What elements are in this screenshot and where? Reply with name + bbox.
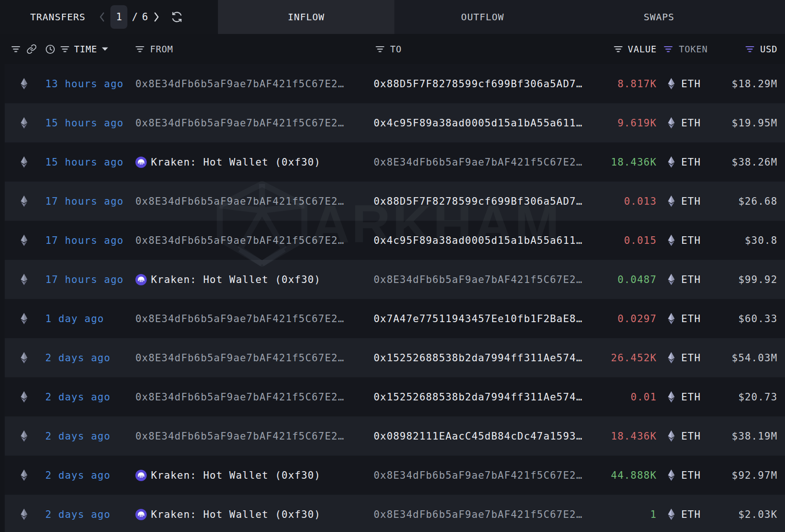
time-link[interactable]: 15 hours ago (45, 117, 124, 129)
time-link[interactable]: 1 day ago (45, 313, 104, 324)
to-address-link[interactable]: 0x4c95F89a38ad0005d15a1bA55a611… (374, 235, 583, 246)
from-cell: 0x8E34dFb6b5aF9ae7bAF421f5C67E2… (133, 299, 369, 338)
usd-cell: $20.73 (711, 377, 785, 416)
column-header-time[interactable]: TIME (43, 34, 133, 64)
table-row[interactable]: 17 hours agoKraken: Hot Wallet (0xf30)0x… (5, 260, 785, 299)
token-symbol: ETH (681, 431, 701, 442)
table-row[interactable]: 2 days ago0x8E34dFb6b5aF9ae7bAF421f5C67E… (5, 416, 785, 456)
table-row[interactable]: 17 hours ago0x8E34dFb6b5aF9ae7bAF421f5C6… (5, 182, 785, 221)
time-cell: 2 days ago (43, 416, 133, 456)
from-address-link[interactable]: 0x8E34dFb6b5aF9ae7bAF421f5C67E2… (135, 196, 344, 207)
usd-amount: $26.68 (738, 196, 777, 207)
column-header-token[interactable]: TOKEN (657, 34, 711, 64)
to-address-link[interactable]: 0x15252688538b2da7994ff311Ae574… (374, 352, 583, 364)
from-address-link[interactable]: 0x8E34dFb6b5aF9ae7bAF421f5C67E2… (135, 117, 344, 129)
filter-icon[interactable] (614, 46, 623, 53)
from-address-link[interactable]: 0x8E34dFb6b5aF9ae7bAF421f5C67E2… (135, 78, 344, 90)
column-label-value: VALUE (628, 44, 657, 54)
to-address-link[interactable]: 0x7A47e77511943457Ee10fb1F2BaE8… (374, 313, 583, 324)
to-address-link[interactable]: 0x8E34dFb6b5aF9ae7bAF421f5C67E2… (374, 470, 583, 481)
tab-outflow[interactable]: OUTFLOW (394, 0, 571, 34)
value-cell: 1 (591, 495, 657, 532)
time-cell: 17 hours ago (43, 221, 133, 260)
from-address-link[interactable]: 0x8E34dFb6b5aF9ae7bAF421f5C67E2… (135, 352, 344, 364)
time-link[interactable]: 2 days ago (45, 391, 110, 403)
time-link[interactable]: 2 days ago (45, 352, 110, 364)
value-amount: 0.013 (624, 196, 657, 207)
to-address-link[interactable]: 0x4c95F89a38ad0005d15a1bA55a611… (374, 117, 583, 129)
eth-icon (668, 156, 675, 168)
token-symbol: ETH (681, 274, 701, 285)
value-cell: 18.436K (591, 416, 657, 456)
table-row[interactable]: 2 days agoKraken: Hot Wallet (0xf30)0x8E… (5, 495, 785, 532)
filter-icon[interactable] (745, 46, 754, 53)
token-cell: ETH (657, 299, 711, 338)
to-address-link[interactable]: 0x8E34dFb6b5aF9ae7bAF421f5C67E2… (374, 274, 583, 285)
tab-swaps[interactable]: SWAPS (571, 0, 747, 34)
from-address-link[interactable]: 0x8E34dFb6b5aF9ae7bAF421f5C67E2… (135, 235, 344, 246)
table-row[interactable]: 2 days agoKraken: Hot Wallet (0xf30)0x8E… (5, 456, 785, 495)
to-cell: 0x8E34dFb6b5aF9ae7bAF421f5C67E2… (369, 456, 591, 495)
token-symbol: ETH (681, 470, 701, 481)
link-icon[interactable] (26, 44, 37, 54)
column-header-usd[interactable]: USD (711, 34, 785, 64)
to-address-link[interactable]: 0x8E34dFb6b5aF9ae7bAF421f5C67E2… (374, 157, 583, 168)
time-link[interactable]: 17 hours ago (45, 274, 124, 285)
filter-icon[interactable] (135, 46, 144, 53)
filter-icon[interactable] (60, 46, 69, 53)
column-header-to[interactable]: TO (369, 34, 591, 64)
from-address-link[interactable]: 0x8E34dFb6b5aF9ae7bAF421f5C67E2… (135, 313, 344, 324)
current-page[interactable]: 1 (110, 5, 127, 29)
to-cell: 0x8E34dFb6b5aF9ae7bAF421f5C67E2… (369, 260, 591, 299)
chevron-right-icon[interactable] (152, 11, 161, 23)
table-row[interactable]: 2 days ago0x8E34dFb6b5aF9ae7bAF421f5C67E… (5, 338, 785, 377)
filter-icon[interactable] (376, 46, 384, 53)
eth-icon (668, 391, 675, 403)
time-link[interactable]: 15 hours ago (45, 157, 124, 168)
to-address-link[interactable]: 0x08982111EAacC45dB84cDc47a1593… (374, 431, 583, 442)
value-amount: 0.01 (631, 391, 657, 403)
from-address-link[interactable]: Kraken: Hot Wallet (0xf30) (151, 470, 321, 481)
from-address-link[interactable]: Kraken: Hot Wallet (0xf30) (151, 157, 321, 168)
eth-icon (20, 352, 28, 364)
filter-icon[interactable] (664, 46, 673, 53)
token-cell: ETH (657, 416, 711, 456)
value-amount: 44.888K (611, 470, 657, 481)
time-link[interactable]: 2 days ago (45, 470, 110, 481)
table-row[interactable]: 2 days ago0x8E34dFb6b5aF9ae7bAF421f5C67E… (5, 377, 785, 416)
from-cell: 0x8E34dFb6b5aF9ae7bAF421f5C67E2… (133, 182, 369, 221)
from-address-link[interactable]: Kraken: Hot Wallet (0xf30) (151, 274, 321, 285)
clock-icon[interactable] (45, 44, 56, 55)
table-row[interactable]: 17 hours ago0x8E34dFb6b5aF9ae7bAF421f5C6… (5, 221, 785, 260)
to-address-link[interactable]: 0x88D5F7F8278599cf699Bf306a5AD7… (374, 78, 583, 90)
time-link[interactable]: 2 days ago (45, 509, 110, 520)
refresh-icon[interactable] (171, 11, 183, 23)
eth-icon (668, 313, 675, 324)
table-row[interactable]: 15 hours agoKraken: Hot Wallet (0xf30)0x… (5, 142, 785, 182)
usd-cell: $38.19M (711, 416, 785, 456)
to-address-link[interactable]: 0x8E34dFb6b5aF9ae7bAF421f5C67E2… (374, 509, 583, 520)
to-cell: 0x88D5F7F8278599cf699Bf306a5AD7… (369, 64, 591, 103)
from-address-link[interactable]: 0x8E34dFb6b5aF9ae7bAF421f5C67E2… (135, 431, 344, 442)
table-row[interactable]: 13 hours ago0x8E34dFb6b5aF9ae7bAF421f5C6… (5, 64, 785, 103)
from-address-link[interactable]: 0x8E34dFb6b5aF9ae7bAF421f5C67E2… (135, 391, 344, 403)
to-address-link[interactable]: 0x88D5F7F8278599cf699Bf306a5AD7… (374, 196, 583, 207)
table-row[interactable]: 15 hours ago0x8E34dFb6b5aF9ae7bAF421f5C6… (5, 103, 785, 142)
table-row[interactable]: 1 day ago0x8E34dFb6b5aF9ae7bAF421f5C67E2… (5, 299, 785, 338)
value-amount: 9.619K (618, 117, 657, 129)
chevron-down-icon[interactable] (102, 47, 108, 51)
time-link[interactable]: 17 hours ago (45, 235, 124, 246)
tab-label: SWAPS (643, 11, 674, 23)
from-address-link[interactable]: Kraken: Hot Wallet (0xf30) (151, 509, 321, 520)
chevron-left-icon[interactable] (98, 11, 106, 23)
to-address-link[interactable]: 0x15252688538b2da7994ff311Ae574… (374, 391, 583, 403)
time-link[interactable]: 13 hours ago (45, 78, 124, 90)
tab-inflow[interactable]: INFLOW (218, 0, 394, 34)
value-amount: 18.436K (611, 157, 657, 168)
filter-icon[interactable] (11, 46, 20, 53)
time-link[interactable]: 17 hours ago (45, 196, 124, 207)
time-link[interactable]: 2 days ago (45, 431, 110, 442)
column-header-from[interactable]: FROM (133, 34, 369, 64)
tab-strip: INFLOWOUTFLOWSWAPS (218, 0, 785, 34)
column-header-value[interactable]: VALUE (591, 34, 657, 64)
